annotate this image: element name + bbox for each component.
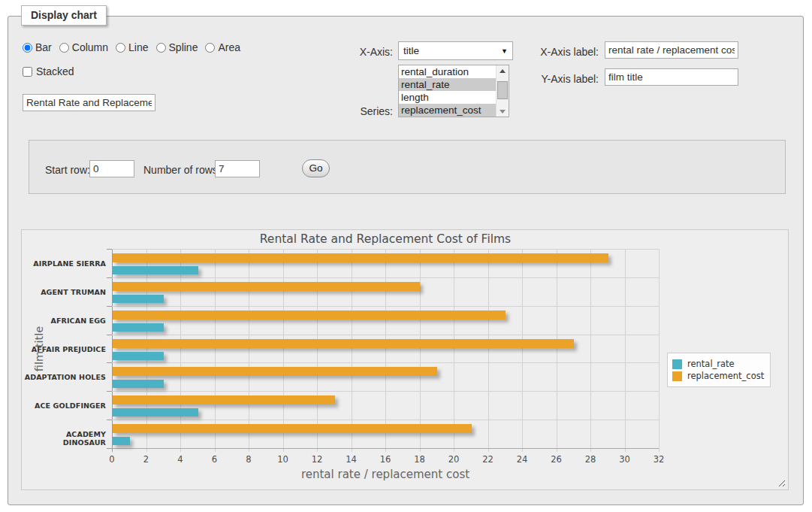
bar-replacement_cost [113, 282, 420, 291]
bar-replacement_cost [113, 253, 608, 262]
listbox-option-length[interactable]: length [399, 91, 496, 104]
x-axis-select-label: X-Axis: [344, 46, 393, 58]
bar-replacement_cost [113, 367, 437, 376]
gridline [249, 249, 249, 452]
series-listbox-label: Series: [344, 105, 393, 117]
start-row-input[interactable] [89, 160, 134, 177]
bar-rental_rate [113, 352, 164, 360]
gridline [590, 249, 591, 452]
chart-type-label: Area [218, 41, 240, 53]
category-label: ACADEMY DINOSAUR [22, 430, 106, 447]
x-tick-label: 6 [204, 454, 226, 465]
x-axis-title: rental rate / replacement cost [112, 468, 659, 481]
chart-type-label: Bar [35, 41, 52, 53]
gridline [352, 249, 352, 452]
bar-replacement_cost [113, 424, 472, 433]
fieldset-legend: Display chart [21, 5, 107, 26]
gridline [112, 306, 659, 307]
x-axis-select[interactable]: title ▼ [398, 41, 513, 60]
gridline [454, 249, 454, 452]
bar-rental_rate [113, 295, 164, 303]
x-tick-label: 20 [442, 454, 465, 465]
category-label: AIRPLANE SIERRA [22, 259, 106, 268]
x-axis-label-input[interactable] [605, 41, 738, 59]
y-axis-label-input[interactable] [605, 68, 738, 86]
chevron-down-icon: ▼ [501, 47, 508, 55]
y-tick [107, 249, 112, 250]
gridline [112, 448, 659, 449]
bar-replacement_cost [113, 395, 335, 404]
chart-legend: rental_ratereplacement_cost [667, 353, 771, 387]
chart-type-option-area: Area [205, 41, 240, 53]
listbox-option-rental_rate[interactable]: rental_rate [399, 78, 496, 91]
num-rows-label: Number of rows: [143, 164, 221, 176]
chart-type-option-bar: Bar [23, 41, 52, 53]
x-tick-label: 32 [647, 454, 670, 465]
legend-item-replacement_cost: replacement_cost [672, 371, 764, 381]
y-tick [107, 448, 112, 449]
x-tick-label: 22 [477, 454, 500, 465]
x-tick-label: 16 [374, 454, 397, 465]
bar-replacement_cost [113, 339, 574, 348]
listbox-option-rental_duration[interactable]: rental_duration [399, 65, 496, 78]
stacked-checkbox-row: Stacked [23, 65, 74, 77]
legend-swatch-rental_rate [672, 359, 682, 369]
x-tick-label: 10 [272, 454, 294, 465]
scrollbar-thumb[interactable] [497, 81, 508, 99]
scroll-up-button[interactable] [497, 65, 509, 76]
y-tick [107, 391, 112, 392]
y-axis-label-field-label: Y-Axis label: [530, 73, 599, 85]
bar-rental_rate [113, 323, 164, 332]
gridline [488, 249, 489, 452]
x-tick-label: 28 [579, 454, 602, 465]
scrollbar-track[interactable] [497, 76, 509, 106]
radio-bar[interactable] [23, 43, 32, 53]
y-axis-line [112, 249, 113, 452]
page: Display chart BarColumnLineSplineArea St… [0, 0, 812, 512]
chart-title-input[interactable] [23, 94, 155, 111]
series-listbox: rental_durationrental_ratelengthreplacem… [398, 65, 509, 117]
radio-area[interactable] [205, 43, 215, 53]
series-options: rental_durationrental_ratelengthreplacem… [399, 65, 496, 117]
chart-type-option-spline: Spline [156, 41, 198, 53]
radio-spline[interactable] [156, 43, 166, 53]
scroll-up-icon [500, 69, 506, 73]
stacked-checkbox[interactable] [23, 67, 32, 77]
radio-line[interactable] [116, 43, 125, 53]
gridline [557, 249, 557, 452]
gridline [112, 420, 659, 420]
y-axis-title: film title [33, 323, 45, 375]
chart-type-option-line: Line [116, 41, 148, 53]
gridline [146, 249, 147, 452]
x-tick-label: 2 [135, 454, 158, 465]
gridline [522, 249, 523, 452]
category-label: ACE GOLDFINGER [22, 401, 106, 410]
x-axis-selected-value: title [403, 45, 419, 56]
chart-type-radio-group: BarColumnLineSplineArea [23, 41, 248, 53]
x-tick-label: 12 [306, 454, 328, 465]
gridline [215, 249, 216, 452]
rows-groupbox: Start row: Number of rows: Go [29, 140, 786, 194]
bar-rental_rate [113, 437, 130, 445]
go-button[interactable]: Go [302, 159, 330, 177]
chart-title: Rental Rate and Replacement Cost of Film… [112, 232, 659, 246]
gridline [112, 391, 659, 392]
scroll-down-button[interactable] [497, 106, 509, 117]
y-tick [107, 335, 112, 335]
y-tick [107, 306, 112, 307]
gridline [420, 249, 421, 452]
chart-type-label: Line [128, 41, 148, 53]
listbox-option-replacement_cost[interactable]: replacement_cost [399, 104, 496, 117]
chart-type-option-column: Column [59, 41, 108, 53]
bar-replacement_cost [113, 311, 506, 320]
x-tick-label: 14 [340, 454, 363, 465]
gridline [112, 362, 659, 363]
x-tick-label: 4 [169, 454, 192, 465]
num-rows-input[interactable] [215, 160, 260, 177]
resize-handle-icon[interactable] [777, 478, 785, 486]
gridline [112, 249, 659, 250]
bar-rental_rate [113, 266, 198, 274]
radio-column[interactable] [59, 43, 69, 53]
listbox-scrollbar[interactable] [496, 65, 509, 117]
legend-item-rental_rate: rental_rate [672, 359, 764, 369]
